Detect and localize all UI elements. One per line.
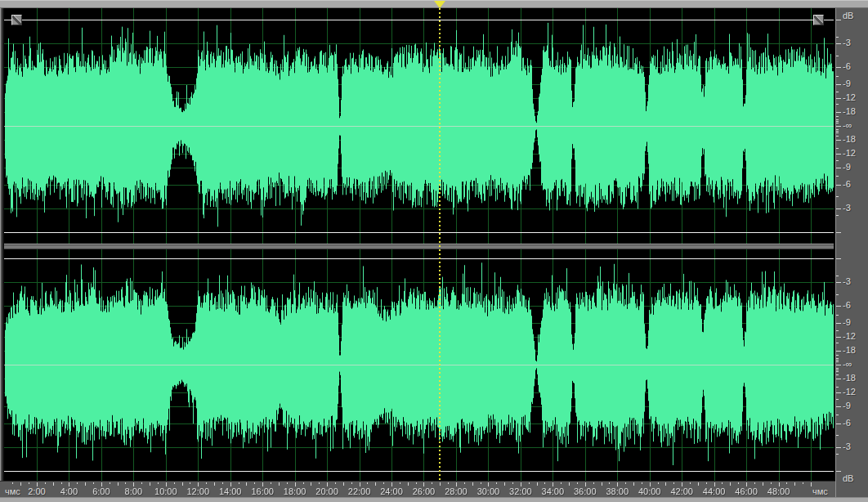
time-tick bbox=[254, 482, 255, 484]
db-tick-major bbox=[836, 282, 841, 283]
db-tick-label: -6 bbox=[843, 179, 851, 189]
db-tick-major bbox=[836, 406, 841, 407]
db-tick-label: -12 bbox=[843, 148, 856, 158]
time-tick bbox=[803, 482, 803, 484]
db-tick-label: -9 bbox=[843, 78, 851, 88]
time-tick bbox=[303, 482, 304, 484]
db-tick-major bbox=[836, 126, 841, 127]
time-tick-label: 8:00 bbox=[117, 486, 150, 496]
db-tick-major bbox=[836, 112, 841, 113]
db-tick-minor bbox=[836, 121, 839, 122]
playhead-marker-top[interactable] bbox=[434, 1, 445, 8]
db-tick-minor bbox=[836, 368, 839, 369]
time-tick bbox=[190, 482, 190, 484]
time-tick-label: 14:00 bbox=[214, 486, 247, 496]
db-unit-label-bottom: dB bbox=[843, 473, 853, 483]
db-tick-zero bbox=[836, 20, 841, 20]
time-tick-label: 32:00 bbox=[504, 486, 537, 496]
db-tick-zero bbox=[836, 471, 841, 472]
time-tick bbox=[335, 482, 336, 484]
time-tick bbox=[367, 482, 368, 484]
time-tick-label: 48:00 bbox=[763, 486, 795, 496]
db-tick-major bbox=[836, 392, 841, 393]
db-tick-minor bbox=[836, 276, 839, 276]
time-tick bbox=[544, 482, 545, 484]
time-tick bbox=[110, 482, 110, 484]
db-tick-label: -18 bbox=[843, 345, 856, 355]
time-tick bbox=[246, 482, 247, 486]
time-tick-label: 30:00 bbox=[472, 486, 504, 496]
db-tick-minor bbox=[836, 76, 839, 77]
db-tick-minor bbox=[836, 371, 839, 372]
time-tick bbox=[400, 482, 400, 484]
db-tick-minor bbox=[836, 104, 839, 105]
time-tick bbox=[642, 482, 642, 484]
db-tick-label: -18 bbox=[843, 134, 856, 144]
db-tick-minor bbox=[836, 315, 839, 316]
time-tick bbox=[343, 482, 344, 486]
time-tick-label: 26:00 bbox=[407, 486, 440, 496]
time-tick bbox=[383, 482, 384, 484]
time-tick bbox=[222, 482, 223, 484]
time-tick bbox=[569, 482, 570, 486]
time-tick-label: 22:00 bbox=[343, 486, 376, 496]
db-tick-minor bbox=[836, 361, 839, 362]
db-tick-major bbox=[836, 185, 841, 186]
db-tick-minor bbox=[836, 119, 839, 120]
time-tick-label: 28:00 bbox=[440, 486, 472, 496]
db-tick-major bbox=[836, 424, 841, 424]
time-tick bbox=[158, 482, 159, 484]
time-tick bbox=[593, 482, 594, 484]
envelope-handle-right[interactable] bbox=[813, 15, 824, 25]
db-tick-label: -∞ bbox=[843, 120, 852, 130]
time-tick bbox=[577, 482, 578, 484]
db-tick-major bbox=[836, 379, 841, 379]
db-tick-minor bbox=[836, 148, 839, 149]
time-tick-label: 10:00 bbox=[150, 486, 182, 496]
time-tick bbox=[77, 482, 78, 484]
db-tick-minor bbox=[836, 160, 839, 161]
time-tick bbox=[12, 482, 13, 484]
time-tick bbox=[416, 482, 417, 484]
envelope-handle-left[interactable] bbox=[11, 15, 22, 25]
time-tick bbox=[706, 482, 707, 484]
time-tick bbox=[754, 482, 755, 484]
db-tick-major bbox=[836, 168, 841, 168]
db-tick-major bbox=[836, 365, 841, 365]
waveform-display[interactable] bbox=[4, 8, 834, 481]
time-tick bbox=[794, 482, 795, 486]
time-tick-label: 2:00 bbox=[20, 486, 53, 496]
amplitude-ruler[interactable]: dB dB -∞-3-3-6-6-9-9-12-12-18-18-∞-3-3-6… bbox=[835, 8, 868, 497]
time-tick bbox=[20, 482, 21, 486]
time-tick bbox=[537, 482, 538, 486]
db-tick-major bbox=[836, 208, 841, 209]
time-tick bbox=[141, 482, 142, 484]
time-tick bbox=[625, 482, 626, 484]
db-tick-major bbox=[836, 306, 841, 307]
time-tick bbox=[125, 482, 126, 484]
time-tick bbox=[351, 482, 352, 484]
db-tick-zero bbox=[836, 258, 841, 259]
time-tick bbox=[319, 482, 320, 484]
overview-scrollbar-top[interactable] bbox=[0, 0, 868, 8]
db-tick-minor bbox=[836, 399, 839, 400]
db-tick-label: -3 bbox=[843, 38, 851, 47]
db-tick-minor bbox=[836, 37, 839, 38]
timeline-ruler[interactable]: чмс чмс 2:004:006:008:0010:0012:0014:001… bbox=[0, 481, 835, 497]
overview-scrollbar-bottom[interactable] bbox=[0, 497, 868, 502]
time-tick bbox=[690, 482, 691, 484]
db-tick-minor bbox=[836, 435, 839, 436]
time-tick bbox=[93, 482, 94, 484]
time-tick bbox=[786, 482, 787, 484]
time-tick-label: 24:00 bbox=[375, 486, 408, 496]
time-tick-label: 4:00 bbox=[52, 486, 85, 496]
db-tick-zero bbox=[836, 232, 841, 233]
db-tick-major bbox=[836, 323, 841, 324]
db-tick-minor bbox=[836, 176, 839, 177]
db-tick-minor bbox=[836, 136, 839, 137]
time-tick bbox=[408, 482, 409, 486]
db-tick-label: -9 bbox=[843, 162, 851, 172]
time-tick bbox=[561, 482, 562, 484]
time-tick bbox=[375, 482, 376, 486]
time-tick bbox=[29, 482, 29, 484]
